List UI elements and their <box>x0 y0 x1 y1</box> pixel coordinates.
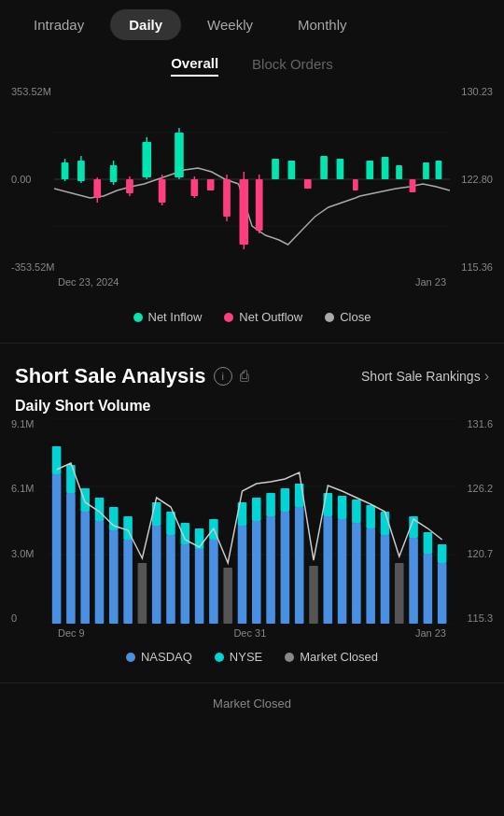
svg-rect-29 <box>288 161 296 179</box>
svg-rect-89 <box>395 563 404 624</box>
tab-bar: Intraday Daily Weekly Monthly <box>0 0 504 49</box>
svg-rect-78 <box>309 566 318 624</box>
svg-rect-65 <box>209 540 218 624</box>
candle-chart-legend: Net Inflow Net Outflow Close <box>0 301 504 333</box>
svg-rect-83 <box>352 523 361 624</box>
footer-divider <box>0 682 504 683</box>
net-inflow-dot <box>133 313 143 322</box>
candle-chart-svg <box>54 86 450 273</box>
legend-net-inflow: Net Inflow <box>133 310 203 324</box>
svg-rect-73 <box>266 493 275 516</box>
svg-rect-30 <box>304 179 312 189</box>
tab-monthly[interactable]: Monthly <box>279 9 366 40</box>
tab-block-orders[interactable]: Block Orders <box>252 55 333 77</box>
svg-rect-33 <box>353 179 358 190</box>
legend-nasdaq: NASDAQ <box>126 650 192 664</box>
bar-chart-right-labels: 131.6 126.2 120.7 115.3 <box>467 418 493 624</box>
svg-rect-70 <box>252 521 261 624</box>
bar-left-3: 0 <box>11 612 34 624</box>
close-dot <box>325 313 334 322</box>
net-outflow-label: Net Outflow <box>239 310 302 324</box>
svg-rect-52 <box>109 530 119 624</box>
svg-rect-28 <box>272 159 279 179</box>
rankings-label: Short Sale Rankings <box>361 369 481 384</box>
date-end: Jan 23 <box>415 276 446 288</box>
right-label-4: 115.36 <box>461 261 493 273</box>
bar-date-labels: Dec 9 Dec 31 Jan 23 <box>9 624 495 642</box>
daily-short-volume-label: Daily Short Volume <box>0 392 504 418</box>
svg-rect-81 <box>338 519 347 624</box>
right-label-0: 130.23 <box>461 86 493 97</box>
legend-market-closed: Market Closed <box>285 650 378 664</box>
legend-nyse: NYSE <box>215 650 262 664</box>
left-label-2: 0.00 <box>11 174 54 185</box>
svg-rect-59 <box>166 535 175 624</box>
candle-chart-area: 353.52M 0.00 -353.52M 130.23 122.80 115.… <box>0 86 504 291</box>
svg-rect-67 <box>223 568 232 624</box>
svg-rect-34 <box>366 161 373 179</box>
svg-rect-75 <box>281 488 290 512</box>
date-start: Dec 23, 2024 <box>58 276 119 288</box>
section-divider <box>0 343 504 344</box>
svg-rect-90 <box>409 538 418 624</box>
svg-rect-39 <box>436 161 442 179</box>
svg-rect-74 <box>281 512 290 624</box>
chart-right-labels: 130.23 122.80 115.36 <box>461 86 493 273</box>
info-icon[interactable]: i <box>214 367 232 386</box>
bar-chart-svg <box>49 418 455 624</box>
svg-rect-44 <box>52 474 62 624</box>
svg-rect-61 <box>181 544 190 624</box>
svg-rect-38 <box>423 162 429 179</box>
bar-right-0: 131.6 <box>467 418 493 429</box>
svg-rect-35 <box>382 157 389 179</box>
svg-rect-32 <box>337 159 344 179</box>
short-sale-header: Short Sale Analysis i ⎙ Short Sale Ranki… <box>0 353 504 392</box>
svg-rect-76 <box>295 507 304 624</box>
left-label-0: 353.52M <box>11 86 54 97</box>
chart-left-labels: 353.52M 0.00 -353.52M <box>11 86 54 273</box>
svg-rect-37 <box>410 179 416 192</box>
tab-daily[interactable]: Daily <box>110 9 181 40</box>
svg-rect-72 <box>266 516 275 624</box>
bar-chart-legend: NASDAQ NYSE Market Closed <box>0 642 504 673</box>
svg-rect-45 <box>52 446 62 474</box>
svg-rect-84 <box>352 499 361 523</box>
chevron-right-icon: › <box>484 368 489 385</box>
svg-rect-47 <box>66 465 76 493</box>
svg-rect-46 <box>66 493 76 624</box>
nasdaq-label: NASDAQ <box>141 650 192 664</box>
tab-overall[interactable]: Overall <box>171 55 218 77</box>
svg-rect-71 <box>252 498 261 521</box>
short-sale-title: Short Sale Analysis <box>15 364 206 388</box>
bar-left-1: 6.1M <box>11 483 34 494</box>
bar-left-2: 3.0M <box>11 548 34 559</box>
bar-date-2: Jan 23 <box>415 627 446 639</box>
svg-rect-87 <box>381 535 390 624</box>
bar-chart-left-labels: 9.1M 6.1M 3.0M 0 <box>11 418 34 624</box>
svg-rect-58 <box>152 502 161 526</box>
legend-net-outflow: Net Outflow <box>224 310 302 324</box>
bar-left-0: 9.1M <box>11 418 34 429</box>
close-label: Close <box>340 310 371 324</box>
svg-rect-93 <box>424 532 433 554</box>
tab-intraday[interactable]: Intraday <box>15 9 103 40</box>
svg-rect-94 <box>438 563 447 624</box>
svg-rect-79 <box>323 516 332 624</box>
svg-rect-36 <box>396 165 402 179</box>
market-status-badge: Market Closed <box>0 693 504 714</box>
bar-date-1: Dec 31 <box>233 627 266 639</box>
share-icon[interactable]: ⎙ <box>240 368 249 385</box>
legend-close: Close <box>325 310 371 324</box>
bar-chart-area: 9.1M 6.1M 3.0M 0 131.6 126.2 120.7 115.3 <box>9 418 495 642</box>
svg-rect-31 <box>320 156 328 179</box>
svg-rect-56 <box>138 563 147 624</box>
svg-rect-21 <box>207 179 215 190</box>
bar-date-0: Dec 9 <box>58 627 85 639</box>
svg-rect-48 <box>80 512 90 624</box>
rankings-link[interactable]: Short Sale Rankings › <box>361 368 489 385</box>
net-outflow-dot <box>224 313 233 322</box>
net-inflow-label: Net Inflow <box>148 310 203 324</box>
tab-weekly[interactable]: Weekly <box>189 9 272 40</box>
bar-right-3: 115.3 <box>467 612 493 624</box>
svg-rect-82 <box>338 496 347 519</box>
